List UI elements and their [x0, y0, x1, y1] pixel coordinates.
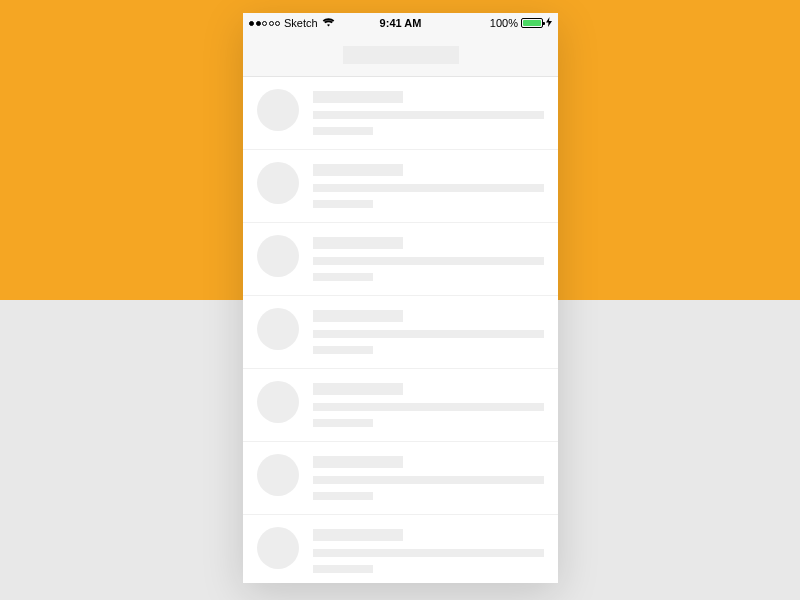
title-placeholder: [313, 529, 403, 541]
title-placeholder: [313, 237, 403, 249]
short-line-placeholder: [313, 200, 373, 208]
short-line-placeholder: [313, 565, 373, 573]
item-content: [313, 162, 544, 208]
avatar-placeholder: [257, 381, 299, 423]
title-placeholder: [313, 164, 403, 176]
skeleton-list[interactable]: [243, 77, 558, 583]
nav-title-placeholder: [343, 46, 459, 64]
short-line-placeholder: [313, 419, 373, 427]
short-line-placeholder: [313, 492, 373, 500]
battery-percent: 100%: [490, 17, 518, 29]
body-line-placeholder: [313, 403, 544, 411]
body-line-placeholder: [313, 476, 544, 484]
item-content: [313, 89, 544, 135]
short-line-placeholder: [313, 346, 373, 354]
item-content: [313, 235, 544, 281]
avatar-placeholder: [257, 162, 299, 204]
phone-frame: Sketch 9:41 AM 100%: [243, 13, 558, 583]
avatar-placeholder: [257, 527, 299, 569]
battery-icon: [521, 18, 543, 28]
list-item[interactable]: [243, 296, 558, 369]
nav-bar: [243, 33, 558, 77]
body-line-placeholder: [313, 184, 544, 192]
title-placeholder: [313, 91, 403, 103]
title-placeholder: [313, 310, 403, 322]
item-content: [313, 381, 544, 427]
list-item[interactable]: [243, 150, 558, 223]
list-item[interactable]: [243, 369, 558, 442]
avatar-placeholder: [257, 89, 299, 131]
wifi-icon: [322, 17, 335, 29]
status-left: Sketch: [249, 17, 335, 29]
charging-icon: [546, 17, 552, 29]
list-item[interactable]: [243, 442, 558, 515]
avatar-placeholder: [257, 235, 299, 277]
body-line-placeholder: [313, 549, 544, 557]
signal-strength-icon: [249, 21, 280, 26]
list-item[interactable]: [243, 515, 558, 583]
short-line-placeholder: [313, 127, 373, 135]
item-content: [313, 454, 544, 500]
status-right: 100%: [490, 17, 552, 29]
title-placeholder: [313, 456, 403, 468]
list-item[interactable]: [243, 223, 558, 296]
item-content: [313, 527, 544, 573]
body-line-placeholder: [313, 257, 544, 265]
status-bar: Sketch 9:41 AM 100%: [243, 13, 558, 33]
body-line-placeholder: [313, 111, 544, 119]
body-line-placeholder: [313, 330, 544, 338]
avatar-placeholder: [257, 308, 299, 350]
list-item[interactable]: [243, 77, 558, 150]
avatar-placeholder: [257, 454, 299, 496]
title-placeholder: [313, 383, 403, 395]
carrier-label: Sketch: [284, 17, 318, 29]
short-line-placeholder: [313, 273, 373, 281]
item-content: [313, 308, 544, 354]
status-time: 9:41 AM: [380, 17, 422, 29]
